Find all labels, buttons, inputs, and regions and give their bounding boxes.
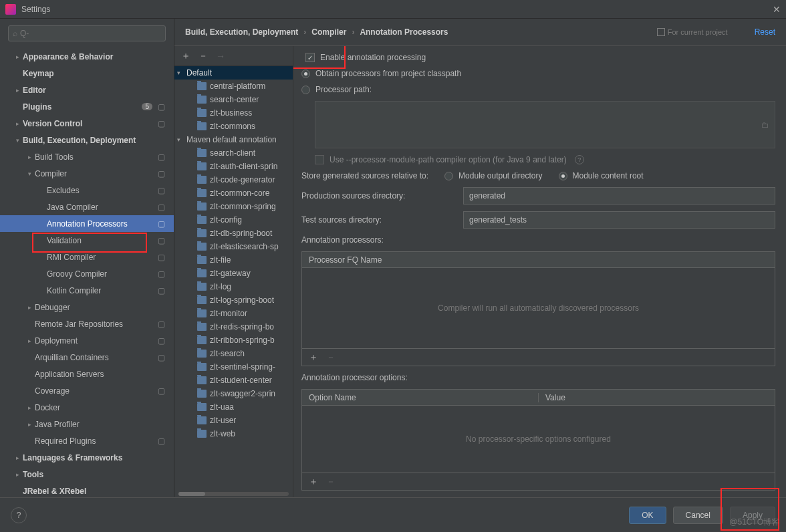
ok-button[interactable]: OK xyxy=(629,507,666,524)
module-zlt-db-spring-boot[interactable]: zlt-db-spring-boot xyxy=(174,227,293,240)
settings-tree[interactable]: ▸Appearance & BehaviorKeymap▸EditorPlugi… xyxy=(0,48,174,497)
module-content-root-radio[interactable] xyxy=(559,172,567,180)
options-table: Option Name Value No processor-specific … xyxy=(301,389,775,491)
module-zlt-business[interactable]: zlt-business xyxy=(174,106,293,120)
opt-add-icon[interactable]: ＋ xyxy=(309,476,318,488)
profile-scrollbar[interactable] xyxy=(178,492,289,496)
sidebar-item-debugger[interactable]: ▸Debugger xyxy=(0,299,174,315)
sidebar-item-java-compiler[interactable]: Java Compiler▢ xyxy=(0,198,174,215)
module-zlt-sentinel-spring-[interactable]: zlt-sentinel-spring- xyxy=(174,360,293,374)
search-input[interactable]: ⌕ Q- xyxy=(8,25,166,41)
module-zlt-config[interactable]: zlt-config xyxy=(174,213,293,227)
move-icon: → xyxy=(216,51,225,61)
add-icon[interactable]: ＋ xyxy=(181,50,190,62)
window-title: Settings xyxy=(21,5,50,14)
module-output-radio[interactable] xyxy=(444,172,453,180)
help-icon[interactable]: ? xyxy=(575,155,584,164)
breadcrumb: Build, Execution, Deployment › Compiler … xyxy=(185,27,448,37)
project-scope-label: For current project xyxy=(657,28,728,36)
obtain-classpath-radio[interactable] xyxy=(301,70,310,78)
sidebar-item-required-plugins[interactable]: Required Plugins▢ xyxy=(0,432,174,449)
dialog-button-bar: ? OK Cancel Apply xyxy=(0,497,786,532)
production-dir-field[interactable]: generated xyxy=(463,187,775,205)
sidebar-item-remote-jar-repositories[interactable]: Remote Jar Repositories▢ xyxy=(0,315,174,332)
sidebar-item-tools[interactable]: ▸Tools xyxy=(0,466,174,483)
profile-maven-default[interactable]: ▾Maven default annotation xyxy=(174,133,293,146)
module-zlt-redis-spring-bo[interactable]: zlt-redis-spring-bo xyxy=(174,320,293,334)
sidebar-item-build-execution-deployment[interactable]: ▾Build, Execution, Deployment xyxy=(0,132,174,148)
processor-path-radio[interactable] xyxy=(301,86,310,94)
profile-column: ＋ － → ▾Defaultcentral-platformsearch-cen… xyxy=(174,46,293,497)
sidebar-item-kotlin-compiler[interactable]: Kotlin Compiler▢ xyxy=(0,282,174,299)
sidebar-item-coverage[interactable]: Coverage▢ xyxy=(0,382,174,399)
module-zlt-log-spring-boot[interactable]: zlt-log-spring-boot xyxy=(174,293,293,307)
reset-link[interactable]: Reset xyxy=(755,27,775,37)
processors-table: Processor FQ Name Compiler will run all … xyxy=(301,251,775,366)
module-zlt-student-center[interactable]: zlt-student-center xyxy=(174,374,293,387)
enable-annotation-label: Enable annotation processing xyxy=(320,53,426,62)
sidebar-item-rmi-compiler[interactable]: RMI Compiler▢ xyxy=(0,249,174,265)
module-zlt-swagger2-sprin[interactable]: zlt-swagger2-sprin xyxy=(174,387,293,400)
sidebar-item-version-control[interactable]: ▸Version Control▢ xyxy=(0,115,174,132)
module-zlt-search[interactable]: zlt-search xyxy=(174,347,293,360)
opt-remove-icon: － xyxy=(326,476,336,488)
browse-icon[interactable]: 🗀 xyxy=(761,120,769,130)
help-button[interactable]: ? xyxy=(11,507,27,523)
remove-icon[interactable]: － xyxy=(199,50,208,62)
module-zlt-code-generator[interactable]: zlt-code-generator xyxy=(174,173,293,186)
module-zlt-auth-client-sprin[interactable]: zlt-auth-client-sprin xyxy=(174,160,293,173)
processor-path-field[interactable]: 🗀 xyxy=(315,101,775,148)
module-zlt-elasticsearch-sp[interactable]: zlt-elasticsearch-sp xyxy=(174,240,293,253)
module-zlt-common-core[interactable]: zlt-common-core xyxy=(174,186,293,200)
cancel-button[interactable]: Cancel xyxy=(673,507,723,524)
sidebar-item-deployment[interactable]: ▸Deployment▢ xyxy=(0,332,174,349)
profile-default[interactable]: ▾Default xyxy=(174,66,293,80)
sidebar-item-application-servers[interactable]: Application Servers xyxy=(0,366,174,382)
sidebar-item-keymap[interactable]: Keymap xyxy=(0,65,174,82)
sidebar-item-languages-frameworks[interactable]: ▸Languages & Frameworks xyxy=(0,449,174,466)
proc-add-icon[interactable]: ＋ xyxy=(309,352,318,364)
proc-remove-icon: － xyxy=(326,352,336,364)
search-icon: ⌕ xyxy=(13,29,17,38)
sidebar-item-build-tools[interactable]: ▸Build Tools▢ xyxy=(0,148,174,165)
module-zlt-commons[interactable]: zlt-commons xyxy=(174,120,293,133)
apply-button[interactable]: Apply xyxy=(730,507,775,524)
sidebar-item-java-profiler[interactable]: ▸Java Profiler xyxy=(0,416,174,432)
module-zlt-monitor[interactable]: zlt-monitor xyxy=(174,307,293,320)
project-icon xyxy=(657,28,665,36)
module-zlt-file[interactable]: zlt-file xyxy=(174,253,293,267)
sidebar-item-arquillian-containers[interactable]: Arquillian Containers▢ xyxy=(0,349,174,366)
settings-sidebar: ⌕ Q- ▸Appearance & BehaviorKeymap▸Editor… xyxy=(0,19,174,497)
close-icon[interactable]: ✕ xyxy=(773,4,781,15)
module-zlt-gateway[interactable]: zlt-gateway xyxy=(174,267,293,280)
sidebar-item-validation[interactable]: Validation▢ xyxy=(0,232,174,249)
settings-panel: Enable annotation processing Obtain proc… xyxy=(293,46,786,497)
module-zlt-log[interactable]: zlt-log xyxy=(174,280,293,293)
sidebar-item-appearance-behavior[interactable]: ▸Appearance & Behavior xyxy=(0,48,174,65)
sidebar-item-plugins[interactable]: Plugins5▢ xyxy=(0,98,174,115)
app-icon xyxy=(5,4,16,15)
profile-tree[interactable]: ▾Defaultcentral-platformsearch-centerzlt… xyxy=(174,66,293,491)
sidebar-item-groovy-compiler[interactable]: Groovy Compiler▢ xyxy=(0,265,174,282)
sidebar-item-annotation-processors[interactable]: Annotation Processors▢ xyxy=(0,215,174,232)
module-search-client[interactable]: search-client xyxy=(174,146,293,160)
module-path-checkbox[interactable] xyxy=(315,155,324,164)
sidebar-item-excludes[interactable]: Excludes▢ xyxy=(0,182,174,198)
sidebar-item-jrebel-xrebel[interactable]: JRebel & XRebel xyxy=(0,483,174,497)
module-zlt-common-spring[interactable]: zlt-common-spring xyxy=(174,200,293,213)
test-dir-field[interactable]: generated_tests xyxy=(463,211,775,229)
module-zlt-uaa[interactable]: zlt-uaa xyxy=(174,400,293,414)
enable-annotation-checkbox[interactable] xyxy=(305,53,315,62)
module-zlt-web[interactable]: zlt-web xyxy=(174,427,293,440)
module-zlt-ribbon-spring-b[interactable]: zlt-ribbon-spring-b xyxy=(174,334,293,347)
titlebar: Settings ✕ xyxy=(0,0,786,19)
module-zlt-user[interactable]: zlt-user xyxy=(174,414,293,427)
module-central-platform[interactable]: central-platform xyxy=(174,80,293,93)
sidebar-item-compiler[interactable]: ▾Compiler▢ xyxy=(0,165,174,182)
sidebar-item-editor[interactable]: ▸Editor xyxy=(0,82,174,98)
module-search-center[interactable]: search-center xyxy=(174,93,293,106)
sidebar-item-docker[interactable]: ▸Docker xyxy=(0,399,174,416)
